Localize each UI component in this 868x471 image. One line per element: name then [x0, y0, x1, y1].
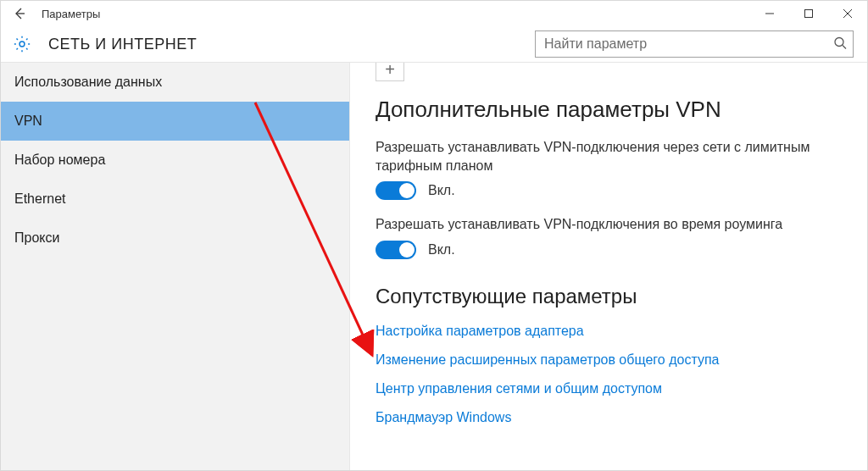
close-icon	[843, 8, 853, 19]
sidebar-item-proxy[interactable]: Прокси	[1, 219, 349, 258]
content: Использование данных VPN Набор номера Et…	[1, 62, 867, 471]
sidebar-item-label: Использование данных	[14, 75, 162, 90]
minimize-button[interactable]	[750, 1, 789, 26]
add-vpn-button[interactable]: +	[376, 63, 404, 81]
sidebar: Использование данных VPN Набор номера Et…	[1, 63, 350, 471]
window-controls	[750, 1, 867, 26]
option-roaming: Разрешать устанавливать VPN-подключения …	[376, 215, 850, 259]
link-network-sharing-center[interactable]: Центр управления сетями и общим доступом	[376, 381, 850, 396]
sidebar-item-label: Прокси	[14, 230, 59, 246]
sidebar-item-label: VPN	[14, 114, 42, 129]
titlebar: Параметры	[1, 1, 867, 26]
option-metered: Разрешать устанавливать VPN-подключения …	[376, 138, 850, 200]
maximize-button[interactable]	[789, 1, 828, 26]
gear-icon[interactable]	[13, 35, 31, 53]
maximize-icon	[804, 8, 814, 19]
sidebar-item-ethernet[interactable]: Ethernet	[1, 180, 349, 219]
minimize-icon	[765, 8, 775, 19]
toggle-knob	[399, 183, 415, 198]
back-button[interactable]	[13, 7, 42, 20]
search-field-wrap	[535, 30, 854, 58]
svg-rect-2	[805, 10, 813, 18]
link-adapter-settings[interactable]: Настройка параметров адаптера	[376, 324, 850, 339]
header: СЕТЬ И ИНТЕРНЕТ	[1, 26, 867, 62]
toggle-state-label: Вкл.	[428, 183, 455, 198]
link-windows-firewall[interactable]: Брандмауэр Windows	[376, 410, 850, 425]
toggle-roaming[interactable]	[376, 241, 416, 259]
search-input[interactable]	[535, 30, 854, 58]
window-title: Параметры	[42, 8, 100, 20]
advanced-vpn-heading: Дополнительные параметры VPN	[376, 97, 850, 123]
option-label: Разрешать устанавливать VPN-подключения …	[376, 138, 850, 175]
plus-icon: +	[385, 63, 395, 76]
sidebar-item-dialup[interactable]: Набор номера	[1, 141, 349, 180]
toggle-metered[interactable]	[376, 181, 416, 200]
toggle-state-label: Вкл.	[428, 242, 455, 258]
sidebar-item-vpn[interactable]: VPN	[1, 102, 349, 141]
link-advanced-sharing[interactable]: Изменение расширенных параметров общего …	[376, 352, 850, 368]
section-title: СЕТЬ И ИНТЕРНЕТ	[48, 36, 197, 53]
toggle-knob	[399, 242, 415, 258]
option-label: Разрешать устанавливать VPN-подключения …	[376, 215, 850, 234]
close-button[interactable]	[828, 1, 867, 26]
svg-point-5	[19, 42, 25, 47]
arrow-left-icon	[13, 7, 26, 20]
related-heading: Сопутствующие параметры	[376, 285, 850, 308]
sidebar-item-label: Набор номера	[14, 152, 105, 168]
main-pane: + Дополнительные параметры VPN Разрешать…	[350, 63, 867, 471]
sidebar-item-label: Ethernet	[14, 191, 65, 207]
sidebar-item-data-usage[interactable]: Использование данных	[1, 63, 349, 102]
